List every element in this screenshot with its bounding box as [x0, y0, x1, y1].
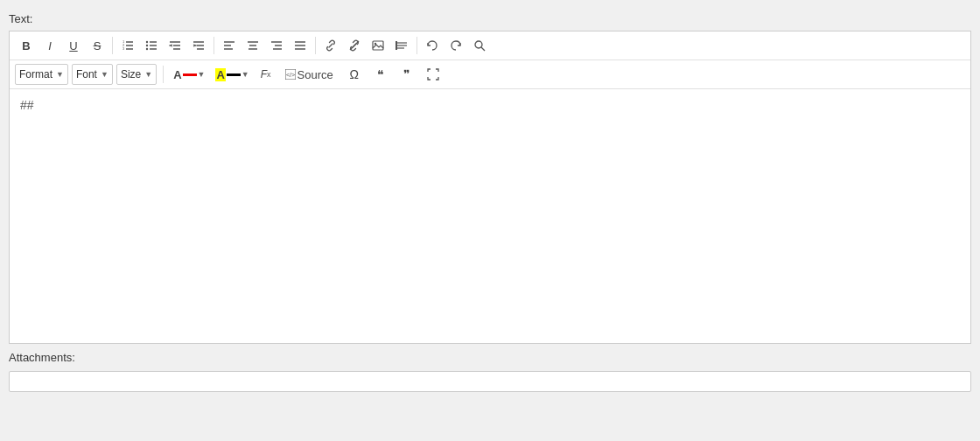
clear-format-button[interactable]: Fx	[256, 64, 276, 85]
indent-increase-icon	[192, 39, 205, 52]
separator-5	[163, 66, 164, 83]
font-select[interactable]: Font ▼	[72, 64, 113, 85]
quote-open-icon: ❝	[377, 67, 384, 81]
indent-decrease-button[interactable]	[164, 35, 186, 56]
ordered-list-icon: 1 2 3	[122, 39, 134, 52]
align-right-icon	[270, 39, 283, 52]
size-arrow-icon: ▼	[144, 70, 152, 79]
image-icon	[372, 39, 384, 52]
svg-rect-31	[373, 41, 383, 50]
omega-icon: Ω	[350, 67, 359, 81]
align-left-icon	[223, 39, 235, 52]
bg-color-bar	[227, 74, 241, 76]
italic-icon: I	[48, 39, 52, 52]
svg-point-37	[475, 41, 482, 48]
text-label: Text:	[0, 9, 980, 31]
separator-4	[416, 37, 417, 54]
format-arrow-icon: ▼	[56, 70, 64, 79]
font-color-bar	[183, 74, 197, 76]
strikethrough-button[interactable]: S	[86, 35, 108, 56]
editor-body[interactable]: ##	[10, 89, 970, 343]
attachments-label: Attachments:	[9, 351, 971, 364]
bold-button[interactable]: B	[15, 35, 38, 56]
size-select[interactable]: Size ▼	[116, 64, 157, 85]
unlink-icon	[348, 39, 360, 52]
toolbar-row1: B I U S 1 2 3	[10, 32, 970, 60]
align-justify-button[interactable]	[289, 35, 312, 56]
svg-point-7	[146, 45, 148, 46]
underline-icon: U	[69, 39, 77, 52]
image-button[interactable]	[367, 35, 389, 56]
font-label: Font	[76, 68, 97, 80]
svg-text:</>: </>	[286, 72, 295, 78]
redo-icon	[450, 39, 462, 52]
align-left-button[interactable]	[218, 35, 241, 56]
source-label: Source	[298, 68, 333, 81]
unlink-button[interactable]	[343, 35, 366, 56]
page: Text: B I U S 1 2	[0, 0, 980, 441]
separator-2	[214, 37, 214, 54]
link-icon	[325, 39, 337, 52]
find-icon	[473, 39, 486, 52]
source-icon: </>	[285, 69, 296, 80]
blockquote-icon	[396, 39, 408, 52]
size-label: Size	[121, 68, 141, 80]
source-button[interactable]: </> Source	[279, 64, 340, 85]
bold-icon: B	[22, 39, 30, 52]
format-label: Format	[19, 68, 52, 80]
svg-text:3: 3	[122, 46, 125, 51]
svg-line-38	[481, 47, 485, 51]
font-color-arrow-icon: ▼	[198, 70, 206, 79]
undo-button[interactable]	[421, 35, 444, 56]
unordered-list-icon	[145, 39, 158, 52]
find-button[interactable]	[468, 35, 491, 56]
quote-close-button[interactable]: ❞	[396, 64, 418, 85]
indent-decrease-icon	[169, 39, 181, 52]
align-center-button[interactable]	[242, 35, 264, 56]
ordered-list-button[interactable]: 1 2 3	[116, 35, 139, 56]
align-justify-icon	[294, 39, 306, 52]
link-button[interactable]	[319, 35, 342, 56]
editor-container: B I U S 1 2 3	[9, 31, 971, 344]
separator-3	[315, 37, 316, 54]
attachments-input-container[interactable]	[9, 371, 971, 392]
bg-color-arrow-icon: ▼	[242, 70, 249, 79]
font-color-label: A	[173, 68, 181, 81]
editor-content: ##	[20, 98, 34, 112]
undo-icon	[426, 39, 438, 52]
quote-close-icon: ❞	[403, 67, 410, 81]
svg-point-6	[146, 41, 148, 43]
bg-color-label: A	[215, 68, 225, 81]
quote-open-button[interactable]: ❝	[369, 64, 392, 85]
fullscreen-button[interactable]	[422, 64, 444, 85]
align-right-button[interactable]	[265, 35, 288, 56]
toolbar-row2: Format ▼ Font ▼ Size ▼ A ▼ A ▼	[10, 60, 970, 89]
fullscreen-icon	[427, 68, 439, 80]
font-color-button[interactable]: A ▼	[170, 64, 208, 85]
clear-format-sub-icon: x	[267, 70, 271, 79]
strikethrough-icon: S	[94, 39, 102, 52]
bg-color-button[interactable]: A ▼	[212, 64, 252, 85]
unordered-list-button[interactable]	[140, 35, 163, 56]
format-select[interactable]: Format ▼	[15, 64, 68, 85]
special-char-button[interactable]: Ω	[343, 64, 366, 85]
attachments-section: Attachments:	[0, 344, 980, 371]
align-center-icon	[247, 39, 259, 52]
indent-increase-button[interactable]	[187, 35, 210, 56]
svg-point-8	[146, 48, 148, 50]
svg-line-30	[350, 41, 359, 50]
underline-button[interactable]: U	[62, 35, 85, 56]
italic-button[interactable]: I	[38, 35, 61, 56]
redo-button[interactable]	[444, 35, 467, 56]
blockquote-button[interactable]	[390, 35, 413, 56]
separator-1	[112, 37, 113, 54]
clear-format-icon: F	[261, 68, 267, 80]
font-arrow-icon: ▼	[101, 70, 108, 79]
